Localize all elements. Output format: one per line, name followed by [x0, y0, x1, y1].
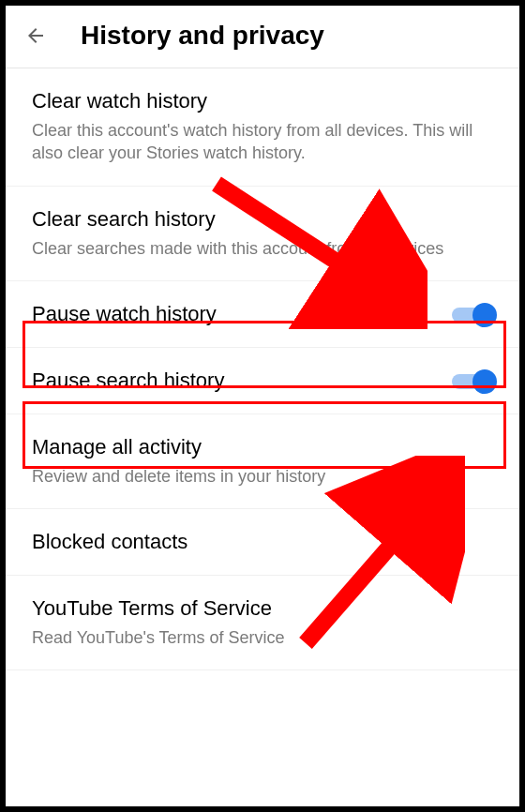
item-title: Pause search history: [32, 368, 224, 393]
pause-search-history-item[interactable]: Pause search history: [6, 348, 519, 414]
header-bar: History and privacy: [6, 6, 519, 68]
pause-watch-toggle[interactable]: [452, 303, 493, 325]
item-desc: Review and delete items in your history: [32, 465, 493, 488]
item-desc: Clear this account's watch history from …: [32, 119, 493, 165]
pause-search-toggle[interactable]: [452, 369, 493, 392]
item-title: YouTube Terms of Service: [32, 596, 493, 621]
toggle-thumb: [472, 303, 497, 327]
item-title: Clear search history: [32, 207, 493, 232]
youtube-terms-item[interactable]: YouTube Terms of Service Read YouTube's …: [6, 576, 519, 670]
item-title: Blocked contacts: [32, 530, 493, 554]
app-screen: History and privacy Clear watch history …: [0, 0, 525, 812]
page-title: History and privacy: [81, 21, 324, 51]
item-desc: Read YouTube's Terms of Service: [32, 626, 493, 649]
back-arrow-icon[interactable]: [24, 24, 47, 47]
clear-watch-history-item[interactable]: Clear watch history Clear this account's…: [6, 68, 519, 187]
item-title: Manage all activity: [32, 435, 493, 459]
item-desc: Clear searches made with this account fr…: [32, 237, 493, 260]
toggle-thumb: [472, 369, 497, 394]
item-title: Clear watch history: [32, 89, 493, 113]
clear-search-history-item[interactable]: Clear search history Clear searches made…: [6, 187, 519, 281]
pause-watch-history-item[interactable]: Pause watch history: [6, 281, 519, 348]
item-title: Pause watch history: [32, 302, 217, 326]
blocked-contacts-item[interactable]: Blocked contacts: [6, 509, 519, 576]
manage-all-activity-item[interactable]: Manage all activity Review and delete it…: [6, 414, 519, 509]
